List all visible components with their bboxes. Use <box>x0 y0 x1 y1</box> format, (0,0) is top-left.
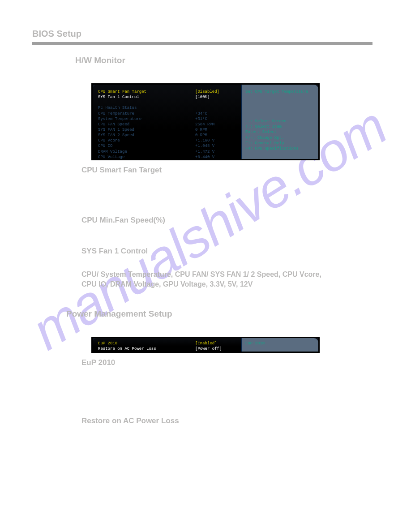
bios-row-value: +0.440 V <box>195 154 235 159</box>
bios-screenshot-power-mgmt: EuP 2010[Enabled] Restore on AC Power Lo… <box>91 337 320 353</box>
bios-row-spacer <box>98 100 235 105</box>
subsection-eup-2010: EuP 2010 <box>81 358 115 367</box>
bios-row-label: SYS FAN 1 Speed <box>98 127 195 133</box>
bios-row-value: +1.048 V <box>195 143 235 149</box>
subsection-restore-ac-power-loss: Restore on AC Power Loss <box>81 416 179 425</box>
subsection-temp-voltage-list: CPU/ System Temperature, CPU FAN/ SYS FA… <box>81 270 332 289</box>
section-power-mgmt-title: Power Management Setup <box>66 309 172 319</box>
bios-row-value: 2584 RPM <box>195 122 235 127</box>
bios-left-panel: CPU Smart Fan Target[Disabled] SYS Fan 1… <box>93 85 242 159</box>
header-rule <box>32 42 372 45</box>
bios-row-label: SYS Fan 1 Control <box>98 94 195 100</box>
page-header-title: BIOS Setup <box>32 29 81 39</box>
bios-row-value: 0 RPM <box>195 133 235 138</box>
bios-right-panel: Set CPU Target Temperature ←→: Select Sc… <box>242 85 318 159</box>
section-hw-monitor-title: H/W Monitor <box>75 56 125 65</box>
subsection-sys-fan-1-control: SYS Fan 1 Control <box>81 247 148 256</box>
bios-row-value: [Enabled] <box>195 341 235 346</box>
bios-row-label: CPU Vcore <box>98 138 195 143</box>
bios-help-line: +/-: Change Opt. <box>245 135 315 141</box>
bios-help-line: Enter: Select <box>245 129 315 135</box>
bios-row-label: System Temperature <box>98 116 195 122</box>
bios-screenshot-hw-monitor: CPU Smart Fan Target[Disabled] SYS Fan 1… <box>91 83 320 160</box>
bios-left-panel: EuP 2010[Enabled] Restore on AC Power Lo… <box>93 338 242 352</box>
bios-help-line: F4: CPU Specifications <box>245 146 315 151</box>
bios-row-value: [Power off] <box>195 346 235 352</box>
bios-row-label: GPU Voltage <box>98 154 195 159</box>
bios-help-line: ↑↓: Select Item <box>245 124 315 129</box>
bios-row-label: DRAM Voltage <box>98 149 195 154</box>
bios-row-label: CPU IO <box>98 143 195 149</box>
bios-row-label: EuP 2010 <box>98 341 195 346</box>
bios-row-value: [100%] <box>195 94 235 100</box>
bios-help-top: Set CPU Target Temperature <box>245 89 315 94</box>
bios-right-panel: EuP 2010 <box>242 338 318 352</box>
subsection-cpu-smart-fan-target: CPU Smart Fan Target <box>81 166 162 175</box>
bios-help-top: EuP 2010 <box>245 341 315 346</box>
bios-row-value: +1.472 V <box>195 149 235 154</box>
subsection-cpu-min-fan-speed: CPU Min.Fan Speed(%) <box>81 216 165 225</box>
bios-row-value: [Disabled] <box>195 89 235 94</box>
bios-row-value: +34°C <box>195 111 235 116</box>
bios-row-label: SYS FAN 2 Speed <box>98 133 195 138</box>
bios-row-label: Pc Health Status <box>98 105 235 111</box>
bios-row-label: Restore on AC Power Loss <box>98 346 195 352</box>
bios-row-value: +1.160 V <box>195 138 235 143</box>
bios-row-label: CPU Temperature <box>98 111 195 116</box>
bios-row-value: 0 RPM <box>195 127 235 133</box>
bios-help-line: F1: General Help <box>245 141 315 146</box>
bios-help-line: ←→: Select Screen <box>245 119 315 124</box>
bios-row-label: CPU Smart Fan Target <box>98 89 195 94</box>
bios-row-label: CPU FAN Speed <box>98 122 195 127</box>
bios-row-value: +31°C <box>195 116 235 122</box>
